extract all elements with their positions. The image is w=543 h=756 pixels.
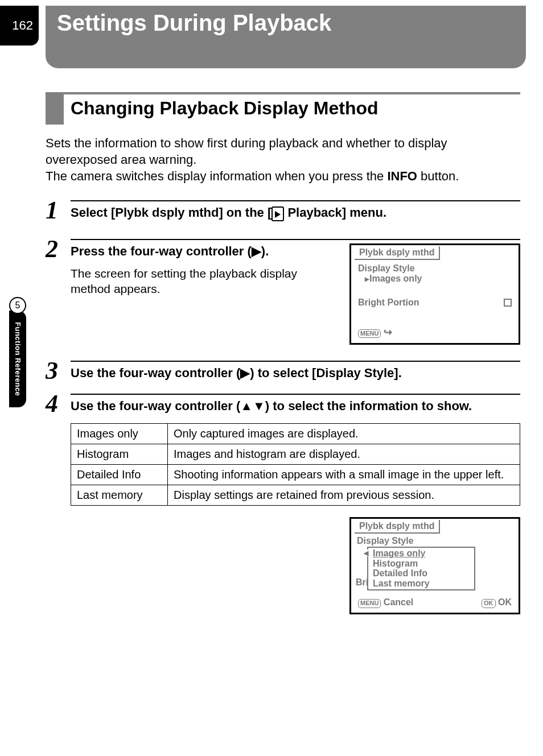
side-tab-label: Function Reference xyxy=(14,322,22,396)
option-desc: Only captured images are displayed. xyxy=(168,424,520,444)
intro-line2-post: button. xyxy=(417,169,459,183)
side-tab: 5 Function Reference xyxy=(9,297,26,407)
step-number: 3 xyxy=(46,358,71,383)
section-title-bar xyxy=(46,94,64,125)
dropdown-option: Last memory xyxy=(373,579,472,589)
lcd2-cancel-label: Cancel xyxy=(384,597,413,607)
lcd2-behind-text: Bri xyxy=(356,577,368,588)
lcd-tab: Plybk dsply mthd xyxy=(355,520,440,534)
step-heading: Use the four-way controller (▶) to selec… xyxy=(71,365,520,382)
lcd2-display-style-label: Display Style xyxy=(357,536,513,546)
return-arrow-icon: ↩ xyxy=(384,326,392,338)
info-button-label: INFO xyxy=(387,169,417,183)
step-2: 2 Press the four-way controller (▶). The… xyxy=(46,239,520,345)
dropdown-option-selected: Images only xyxy=(373,548,472,559)
lcd1-bright-portion-label: Bright Portion xyxy=(358,298,419,308)
step-heading: Select [Plybk dsply mthd] on the [ Playb… xyxy=(71,205,520,221)
lcd-tab: Plybk dsply mthd xyxy=(355,246,440,260)
lcd-screen-1: Plybk dsply mthd Display Style ▶Images o… xyxy=(349,243,520,345)
step-3: 3 Use the four-way controller (▶) to sel… xyxy=(46,361,520,383)
option-desc: Images and histogram are displayed. xyxy=(168,444,520,465)
chevron-left-icon: ◀ xyxy=(364,550,368,556)
option-label: Histogram xyxy=(71,444,168,465)
step-number: 1 xyxy=(46,198,71,223)
option-label: Images only xyxy=(71,424,168,444)
step1-heading-pre: Select [Plybk dsply mthd] on the [ xyxy=(71,205,272,220)
side-tab-number: 5 xyxy=(9,297,26,314)
step-heading: Use the four-way controller (▲▼) to sele… xyxy=(71,398,520,415)
step-subtext: The screen for setting the playback disp… xyxy=(71,266,339,297)
section-title: Changing Playback Display Method xyxy=(64,94,384,125)
step-number: 4 xyxy=(46,391,71,416)
table-row: Detailed Info Shooting information appea… xyxy=(71,465,520,485)
menu-badge: MENU xyxy=(358,599,381,608)
chapter-title: Settings During Playback xyxy=(46,6,526,68)
option-label: Last memory xyxy=(71,485,168,506)
intro-line2-pre: The camera switches display information … xyxy=(46,169,387,183)
lcd2-footer-left: MENU Cancel xyxy=(358,597,413,608)
lcd2-footer-right: OK OK xyxy=(482,597,512,608)
page-number: 162 xyxy=(0,6,39,46)
section-title-row: Changing Playback Display Method xyxy=(46,92,520,125)
ok-badge: OK xyxy=(482,599,496,608)
playback-icon xyxy=(272,206,284,221)
lcd1-footer-menu: MENU ↩ xyxy=(358,326,392,338)
lcd1-display-style-label: Display Style xyxy=(358,263,512,274)
lcd2-dropdown: ◀ Images only Histogram Detailed Info La… xyxy=(367,547,475,590)
option-label: Detailed Info xyxy=(71,465,168,485)
intro-text: Sets the information to show first durin… xyxy=(46,135,520,184)
table-row: Images only Only captured images are dis… xyxy=(71,424,520,444)
option-desc: Display settings are retained from previ… xyxy=(168,485,520,506)
lcd-screen-2: Plybk dsply mthd Display Style Bri ◀ Ima… xyxy=(349,517,520,614)
checkbox-icon xyxy=(504,299,512,307)
table-row: Histogram Images and histogram are displ… xyxy=(71,444,520,465)
dropdown-option: Detailed Info xyxy=(373,568,472,579)
dropdown-option: Histogram xyxy=(373,559,472,569)
lcd1-display-style-value-text: Images only xyxy=(369,274,422,283)
lcd1-display-style-value: ▶Images only xyxy=(358,274,512,284)
lcd2-ok-label: OK xyxy=(498,597,512,607)
table-row: Last memory Display settings are retaine… xyxy=(71,485,520,506)
options-table: Images only Only captured images are dis… xyxy=(71,423,520,506)
step-4: 4 Use the four-way controller (▲▼) to se… xyxy=(46,394,520,416)
option-desc: Shooting information appears with a smal… xyxy=(168,465,520,485)
step-1: 1 Select [Plybk dsply mthd] on the [ Pla… xyxy=(46,200,520,223)
menu-badge: MENU xyxy=(358,329,381,338)
step-number: 2 xyxy=(46,237,71,262)
step-heading: Press the four-way controller (▶). xyxy=(71,243,339,260)
step1-heading-post: Playback] menu. xyxy=(284,205,386,220)
intro-line1: Sets the information to show first durin… xyxy=(46,136,447,167)
